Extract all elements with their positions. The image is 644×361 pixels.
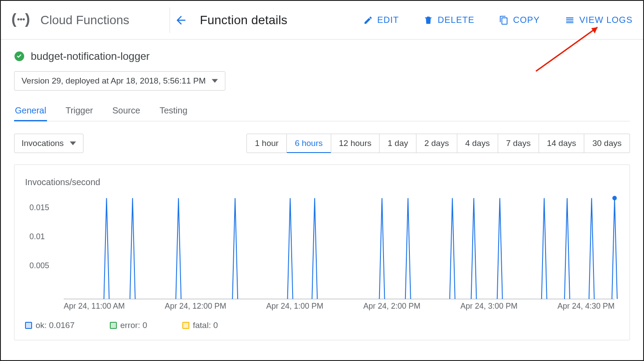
x-tick: Apr 24, 4:30 PM	[557, 302, 615, 311]
x-tick: Apr 24, 12:00 PM	[165, 302, 226, 311]
svg-point-9	[612, 196, 617, 200]
chart-title: Invocations/second	[25, 177, 619, 187]
time-range-picker: 1 hour6 hours12 hours1 day2 days4 days7 …	[246, 134, 630, 153]
trash-icon	[423, 15, 433, 25]
range-7-days[interactable]: 7 days	[498, 134, 539, 153]
x-tick: Apr 24, 1:00 PM	[266, 302, 323, 311]
range-4-days[interactable]: 4 days	[457, 134, 498, 153]
svg-point-2	[20, 18, 22, 20]
pencil-icon	[363, 15, 373, 25]
metric-label: Invocations	[22, 139, 64, 148]
delete-label: DELETE	[438, 15, 474, 25]
top-toolbar: ( ) Cloud Functions Function details EDI…	[1, 1, 643, 40]
product-name[interactable]: Cloud Functions	[40, 13, 129, 27]
view-logs-label: VIEW LOGS	[579, 15, 633, 25]
tab-testing[interactable]: Testing	[159, 101, 188, 121]
product-icon: ( )	[11, 11, 31, 30]
x-tick: Apr 24, 2:00 PM	[363, 302, 420, 311]
tab-source[interactable]: Source	[112, 101, 141, 121]
copy-button[interactable]: COPY	[499, 15, 540, 25]
tab-bar: GeneralTriggerSourceTesting	[14, 101, 630, 121]
function-name: budget-notification-logger	[31, 50, 150, 62]
separator	[170, 7, 170, 33]
chart-card: Invocations/second 0.0050.010.015 Apr 24…	[14, 164, 630, 340]
chart-x-axis: Apr 24, 11:00 AMApr 24, 12:00 PMApr 24, …	[64, 302, 615, 311]
version-select[interactable]: Version 29, deployed at Apr 18, 2018, 5:…	[14, 71, 225, 91]
svg-point-3	[23, 18, 25, 20]
range-1-hour[interactable]: 1 hour	[246, 134, 287, 153]
copy-label: COPY	[513, 15, 540, 25]
y-tick: 0.005	[29, 261, 49, 270]
status-ok-icon	[14, 51, 25, 62]
title-area: Function details	[174, 13, 287, 27]
page-title: Function details	[200, 13, 287, 27]
metric-select[interactable]: Invocations	[14, 134, 83, 153]
y-tick: 0.015	[29, 203, 49, 212]
edit-button[interactable]: EDIT	[363, 15, 399, 25]
range-6-hours[interactable]: 6 hours	[287, 134, 331, 153]
svg-point-1	[18, 18, 20, 20]
legend-fatal: fatal: 0	[182, 321, 218, 330]
legend-ok: ok: 0.0167	[25, 321, 75, 330]
chevron-down-icon	[70, 140, 76, 146]
delete-button[interactable]: DELETE	[423, 15, 474, 25]
tab-trigger[interactable]: Trigger	[65, 101, 94, 121]
chart-plot-area: 0.0050.010.015	[64, 193, 615, 299]
product-area: ( ) Cloud Functions	[11, 11, 170, 30]
view-logs-button[interactable]: VIEW LOGS	[564, 15, 633, 25]
svg-text:): )	[25, 11, 30, 27]
edit-label: EDIT	[377, 15, 399, 25]
range-30-days[interactable]: 30 days	[584, 134, 630, 153]
range-12-hours[interactable]: 12 hours	[331, 134, 380, 153]
legend-error: error: 0	[110, 321, 147, 330]
copy-icon	[499, 15, 509, 25]
logs-icon	[564, 15, 575, 25]
sub-header: budget-notification-logger Version 29, d…	[1, 40, 643, 121]
y-tick: 0.01	[29, 232, 45, 241]
version-label: Version 29, deployed at Apr 18, 2018, 5:…	[22, 76, 206, 86]
arrow-left-icon	[174, 14, 188, 27]
range-1-day[interactable]: 1 day	[380, 134, 416, 153]
range-2-days[interactable]: 2 days	[416, 134, 457, 153]
back-button[interactable]	[174, 14, 188, 27]
range-14-days[interactable]: 14 days	[539, 134, 585, 153]
action-bar: EDIT DELETE COPY VIEW LOGS	[363, 15, 633, 25]
x-tick: Apr 24, 3:00 PM	[460, 302, 517, 311]
x-tick: Apr 24, 11:00 AM	[64, 302, 125, 311]
svg-text:(: (	[11, 11, 17, 27]
function-heading: budget-notification-logger	[14, 50, 630, 62]
chevron-down-icon	[212, 78, 218, 84]
chart-legend: ok: 0.0167 error: 0 fatal: 0	[25, 321, 619, 330]
controls-row: Invocations 1 hour6 hours12 hours1 day2 …	[1, 121, 643, 160]
tab-general[interactable]: General	[14, 101, 47, 121]
